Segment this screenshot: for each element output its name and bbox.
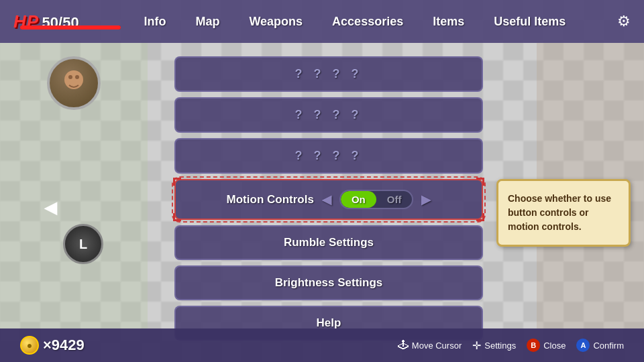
l-button[interactable]: L (63, 224, 103, 264)
nav-item-info[interactable]: Info (129, 15, 180, 29)
hint-confirm: A Confirm (576, 339, 624, 352)
b-button-icon: B (527, 339, 540, 352)
a-button-icon: A (576, 339, 590, 352)
stick-icon: 🕹 (398, 339, 409, 351)
menu-item-motion-controls[interactable]: Motion Controls ◀ On Off ▶ (174, 179, 483, 220)
left-arrow-icon[interactable]: ◀ (44, 198, 56, 217)
nav-items: Info Map Weapons Accessories Items Usefu… (93, 15, 617, 29)
hint-close-label: Close (543, 341, 566, 351)
bottom-bar: ● ×9429 🕹 Move Cursor ✛ Settings B Close… (0, 328, 644, 362)
hint-settings-label: Settings (484, 341, 516, 351)
tooltip-text: Choose whether to use button controls or… (508, 193, 611, 232)
toggle-arrow-right[interactable]: ▶ (421, 192, 431, 207)
hp-bar-container (20, 25, 121, 29)
svg-point-1 (68, 75, 72, 79)
toggle-arrow-left[interactable]: ◀ (322, 192, 331, 207)
controls-hint: 🕹 Move Cursor ✛ Settings B Close A Confi… (398, 339, 624, 352)
coin-display: ● ×9429 (20, 336, 85, 355)
menu-item-rumble-settings[interactable]: Rumble Settings (174, 225, 483, 260)
menu-item-placeholder-2[interactable]: ? ? ? ? (174, 97, 483, 133)
hint-confirm-label: Confirm (593, 341, 624, 351)
gear-icon[interactable]: ⚙ (617, 13, 631, 30)
toggle-off-option[interactable]: Off (376, 191, 413, 208)
svg-point-0 (64, 70, 83, 89)
hint-settings: ✛ Settings (472, 339, 516, 352)
main-content: ? ? ? ? ? ? ? ? ? ? ? ? Motion Controls … (148, 43, 644, 328)
nav-item-accessories[interactable]: Accessories (317, 15, 418, 29)
menu-list: ? ? ? ? ? ? ? ? ? ? ? ? Motion Controls … (174, 56, 483, 341)
menu-item-brightness-settings[interactable]: Brightness Settings (174, 265, 483, 300)
tooltip-box: Choose whether to use button controls or… (496, 179, 631, 247)
dpad-icon: ✛ (472, 339, 481, 352)
menu-item-placeholder-1[interactable]: ? ? ? ? (174, 56, 483, 92)
toggle-switch[interactable]: On Off (339, 190, 414, 209)
coin-icon: ● (20, 336, 39, 355)
hint-move-cursor: 🕹 Move Cursor (398, 339, 462, 351)
nav-item-weapons[interactable]: Weapons (234, 15, 317, 29)
svg-point-2 (75, 75, 79, 79)
left-panel: ◀ L (0, 43, 148, 328)
nav-item-items[interactable]: Items (418, 15, 479, 29)
hint-close: B Close (527, 339, 566, 352)
hp-bar (20, 25, 121, 29)
character-avatar (47, 56, 101, 110)
motion-controls-label: Motion Controls (227, 193, 314, 206)
character-icon (57, 66, 91, 100)
nav-item-useful-items[interactable]: Useful Items (479, 15, 580, 29)
motion-controls-inner: Motion Controls ◀ On Off ▶ (189, 190, 468, 209)
hp-display: HP 50/50 (13, 11, 79, 32)
toggle-on-option[interactable]: On (341, 191, 376, 208)
nav-item-map[interactable]: Map (180, 15, 234, 29)
coin-count: ×9429 (43, 337, 85, 354)
hint-move-label: Move Cursor (412, 341, 462, 351)
top-nav-bar: HP 50/50 Info Map Weapons Accessories It… (0, 0, 644, 43)
menu-item-placeholder-3[interactable]: ? ? ? ? (174, 138, 483, 174)
